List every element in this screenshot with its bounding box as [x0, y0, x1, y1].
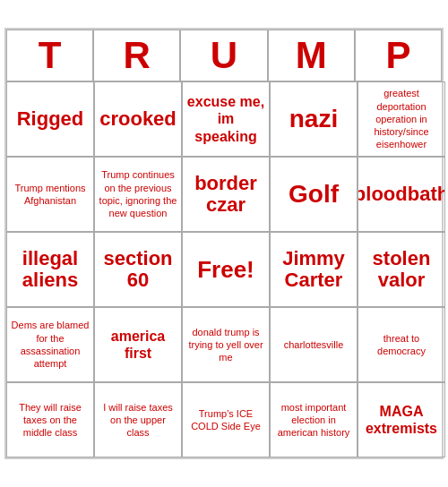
cell-4-1: I will raise taxes on the upper class: [94, 382, 182, 457]
cell-2-4: stolen valor: [358, 232, 445, 307]
cell-0-4: greatest deportation operation in histor…: [358, 81, 445, 157]
cell-1-3: Golf: [270, 157, 358, 232]
cell-3-3: charlottesville: [270, 307, 358, 382]
cell-1-0: Trump mentions Afghanistan: [6, 157, 94, 232]
cell-3-1: america first: [94, 307, 182, 382]
cell-4-4: MAGA extremists: [358, 382, 445, 457]
cell-0-0: Rigged: [6, 81, 94, 157]
cell-4-0: They will raise taxes on the middle clas…: [6, 382, 94, 457]
header-letter: M: [268, 30, 355, 81]
cell-0-3: nazi: [270, 81, 358, 157]
header-letter: T: [6, 30, 93, 81]
header-letter: R: [93, 30, 180, 81]
cell-2-1: section 60: [94, 232, 182, 307]
cell-1-1: Trump continues on the previous topic, i…: [94, 157, 182, 232]
cell-4-2: Trump's ICE COLD Side Eye: [182, 382, 270, 457]
cell-0-2: excuse me, im speaking: [182, 81, 270, 157]
header-letter: U: [180, 30, 267, 81]
bingo-header: TRUMP: [6, 30, 442, 81]
cell-2-0: illegal aliens: [6, 232, 94, 307]
cell-0-1: crooked: [94, 81, 182, 157]
cell-2-3: Jimmy Carter: [270, 232, 358, 307]
cell-4-3: most important election in american hist…: [270, 382, 358, 457]
cell-1-4: bloodbath: [358, 157, 445, 232]
bingo-card: TRUMP Riggedcrookedexcuse me, im speakin…: [4, 28, 444, 459]
cell-3-4: threat to democracy: [358, 307, 445, 382]
cell-3-2: donald trump is trying to yell over me: [182, 307, 270, 382]
cell-2-2: Free!: [182, 232, 270, 307]
cell-1-2: border czar: [182, 157, 270, 232]
header-letter: P: [355, 30, 442, 81]
bingo-grid: Riggedcrookedexcuse me, im speakingnazig…: [6, 81, 442, 457]
cell-3-0: Dems are blamed for the assassination at…: [6, 307, 94, 382]
